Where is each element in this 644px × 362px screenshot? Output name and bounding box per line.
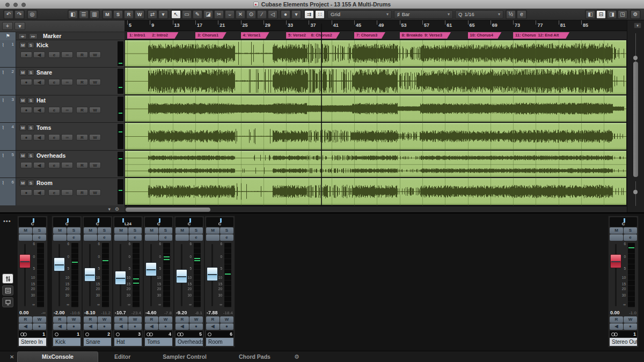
track-read-button[interactable]: R xyxy=(76,189,88,196)
channel-solo-button[interactable]: S xyxy=(220,227,233,234)
track-mute-button[interactable]: M xyxy=(19,180,26,186)
read-all-button[interactable]: R xyxy=(124,10,134,19)
track-monitor-icon[interactable]: ◀ xyxy=(33,107,45,113)
quantize-select[interactable]: Q 1/16 ▾ xyxy=(455,10,503,19)
channel-monitor-icon[interactable]: ◀ xyxy=(145,323,158,330)
mixer-channel-strip[interactable]: C M S L e 60510152030∞ -7.88 xyxy=(204,216,235,348)
channel-write-button[interactable]: W xyxy=(624,316,637,323)
mixer-channel-strip[interactable]: C M S L e 60510152030∞ -8.10 xyxy=(82,216,113,348)
channel-edit-button[interactable]: e xyxy=(98,234,111,241)
mixconsole-menu-icon[interactable]: ••• xyxy=(3,218,11,224)
activate-project-icon[interactable]: ◎ xyxy=(27,10,37,19)
color-tool-icon[interactable]: ◧ xyxy=(68,10,78,19)
track-edit-icon[interactable]: e xyxy=(48,162,60,168)
channel-mute-button[interactable]: M xyxy=(206,227,219,234)
waveform-zoom-handle[interactable] xyxy=(633,190,638,194)
channel-name[interactable]: Room xyxy=(206,338,233,346)
track-row[interactable]: ᭪ 5 M S Overheads ● ◀ e ∞ R W xyxy=(0,151,125,178)
track-edit-icon[interactable]: e xyxy=(48,51,60,58)
channel-record-icon[interactable]: ● xyxy=(67,323,80,330)
marker-flag[interactable]: 7: Chorus3 xyxy=(354,32,385,39)
track-mute-button[interactable]: M xyxy=(19,97,26,104)
mute-tool-icon[interactable]: ✕ xyxy=(236,10,245,19)
channel-solo-button[interactable]: S xyxy=(189,227,203,234)
channel-listen-button[interactable]: L xyxy=(175,234,189,241)
lower-zone-icon[interactable]: ⊟ xyxy=(596,10,606,19)
marker-flag[interactable]: 2: Intro2 xyxy=(150,32,178,39)
automation-caret-icon[interactable]: ▾ xyxy=(158,10,168,19)
channel-monitor-icon[interactable]: ◀ xyxy=(84,323,97,330)
channel-monitor-icon[interactable]: ◀ xyxy=(610,323,623,330)
track-row[interactable]: ᭪ 4 M S Toms ● ◀ e ∞ R W xyxy=(0,123,125,151)
channel-monitor-icon[interactable]: ◀ xyxy=(114,323,128,330)
track-bypass-icon[interactable]: ∞ xyxy=(61,107,73,113)
erase-tool-icon[interactable]: ◪ xyxy=(203,10,213,19)
horizontal-scrollbar[interactable] xyxy=(125,206,627,212)
split-tool-icon[interactable]: ✂ xyxy=(214,10,224,19)
channel-monitor-icon[interactable]: ◀ xyxy=(206,323,219,330)
track-setup-icon[interactable]: ☰ xyxy=(79,10,89,19)
zone-setup-icon[interactable]: ◳ xyxy=(618,10,627,19)
channel-routing[interactable]: 5 xyxy=(175,331,203,337)
track-solo-button[interactable]: S xyxy=(27,69,34,76)
horizontal-scroll-thumb[interactable] xyxy=(126,208,210,212)
track-record-icon[interactable]: ● xyxy=(20,134,32,141)
track-record-icon[interactable]: ● xyxy=(20,162,32,168)
track-record-icon[interactable]: ● xyxy=(20,79,32,85)
timeline-ruler[interactable]: 5 9 13 17 21 25 29 33 37 41 xyxy=(125,20,627,31)
fader-handle[interactable] xyxy=(176,269,187,283)
mixer-strip-page-icon[interactable] xyxy=(2,285,13,295)
channel-read-button[interactable]: R xyxy=(53,316,67,323)
range-tool-icon[interactable]: ▭ xyxy=(182,10,192,19)
mixer-channel-strip[interactable]: C M S L e 60510152030∞ 0.00 xyxy=(608,216,639,348)
pan-control[interactable]: L24 xyxy=(114,217,142,227)
lower-zone-tab[interactable]: MixConsole xyxy=(17,351,98,362)
channel-write-button[interactable]: W xyxy=(128,316,142,323)
fader-handle[interactable] xyxy=(115,271,126,285)
track-bypass-icon[interactable]: ∞ xyxy=(61,51,73,58)
toolbar-setup-gear-icon[interactable]: ⚙ xyxy=(631,10,640,19)
fader-handle[interactable] xyxy=(84,268,96,282)
track-mute-button[interactable]: M xyxy=(19,152,26,159)
channel-read-button[interactable]: R xyxy=(206,316,219,323)
channel-listen-button[interactable]: L xyxy=(84,234,97,241)
left-zone-icon[interactable]: ◧ xyxy=(586,10,595,19)
marker-flag[interactable]: 9: Verse3 xyxy=(422,32,451,39)
mixer-channel-strip[interactable]: C M S L e 60510152030∞ 0.00 xyxy=(17,216,48,348)
track-list-caret-icon[interactable]: ▾ xyxy=(108,206,111,212)
track-monitor-icon[interactable]: ◀ xyxy=(33,51,45,58)
track-record-icon[interactable]: ● xyxy=(20,51,32,58)
track-bypass-icon[interactable]: ∞ xyxy=(61,134,73,141)
marker-flag[interactable]: 10: Chorus4 xyxy=(468,32,502,39)
track-row[interactable]: ᭪ 2 M S Snare ● ◀ e ∞ R W xyxy=(0,68,125,95)
color-menu-caret-icon[interactable]: ▾ xyxy=(291,10,301,19)
channel-read-button[interactable]: R xyxy=(114,316,128,323)
mixer-channel-strip[interactable]: C M S L e 60510152030∞ -9.20 xyxy=(174,216,204,348)
mixer-faders-page-icon[interactable] xyxy=(2,274,13,284)
channel-write-button[interactable]: W xyxy=(159,316,172,323)
zoom-tool-icon[interactable]: ⊙ xyxy=(246,10,256,19)
channel-write-button[interactable]: W xyxy=(33,316,46,323)
marker-flag[interactable]: 6: Chorus2 xyxy=(309,32,340,39)
track-solo-button[interactable]: S xyxy=(27,97,34,104)
track-edit-icon[interactable]: e xyxy=(48,189,60,196)
channel-read-button[interactable]: R xyxy=(610,316,623,323)
draw-tool-icon[interactable]: ✎ xyxy=(193,10,202,19)
channel-mute-button[interactable]: M xyxy=(145,227,158,234)
track-list-gear-icon[interactable]: ⚙ xyxy=(115,206,119,212)
channel-listen-button[interactable]: L xyxy=(19,234,32,241)
channel-mute-button[interactable]: M xyxy=(53,227,67,234)
track-presets-caret-icon[interactable]: ▾ xyxy=(14,22,25,30)
track-write-button[interactable]: W xyxy=(89,134,101,141)
fader-handle[interactable] xyxy=(207,267,218,281)
track-read-button[interactable]: R xyxy=(76,79,88,85)
channel-name[interactable]: Snare xyxy=(84,338,111,346)
channel-routing[interactable]: 3 xyxy=(114,331,142,337)
track-read-button[interactable]: R xyxy=(76,162,88,168)
channel-routing[interactable]: 4 xyxy=(145,331,172,337)
track-write-button[interactable]: W xyxy=(89,189,101,196)
mixer-channel-strip[interactable]: C M S L e 60510152030∞ -4.60 xyxy=(143,216,174,348)
track-record-icon[interactable]: ● xyxy=(20,107,32,113)
channel-name[interactable]: Hat xyxy=(114,338,142,346)
channel-name[interactable]: Overheads xyxy=(175,338,203,346)
